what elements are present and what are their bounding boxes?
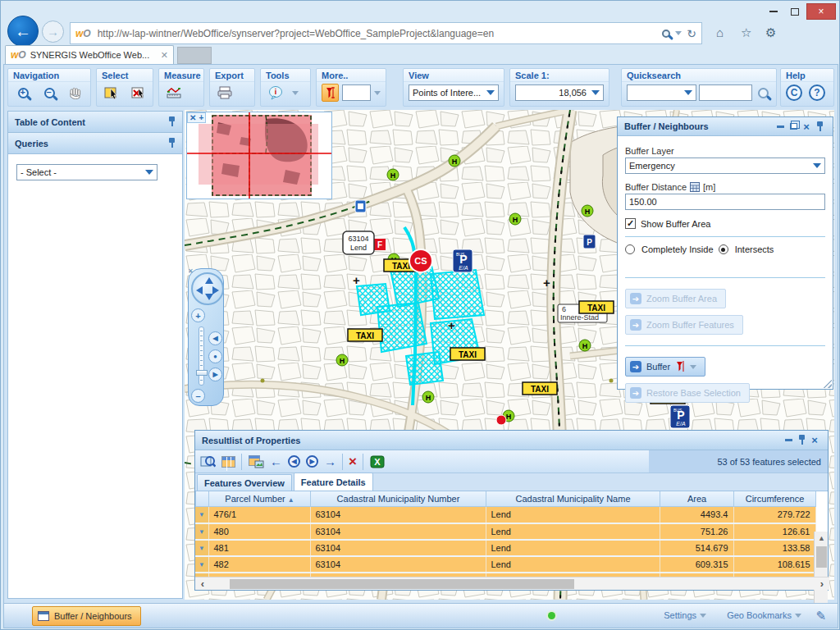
pan-north-icon[interactable] bbox=[205, 277, 213, 284]
browser-back-button[interactable]: ← bbox=[7, 16, 39, 47]
resultlist-titlebar[interactable]: Resultlist of Properties × bbox=[195, 431, 828, 450]
scale-input[interactable]: 18,056 bbox=[515, 84, 604, 101]
buffer-button[interactable]: ➔Buffer bbox=[625, 357, 705, 377]
pan-south-icon[interactable] bbox=[205, 294, 213, 300]
table-row[interactable]: ▾ 476/163104Lend 4493.4279.722 bbox=[195, 507, 815, 523]
pan-east-icon[interactable] bbox=[212, 286, 219, 294]
row-menu-icon[interactable]: ▾ bbox=[195, 507, 208, 523]
scroll-left-icon[interactable]: ‹ bbox=[195, 578, 210, 590]
navigator-close-icon[interactable]: ✕ bbox=[188, 267, 194, 275]
full-extent-button[interactable]: ● bbox=[208, 349, 222, 363]
tab-features-overview[interactable]: Features Overview bbox=[197, 474, 292, 491]
excel-export-icon[interactable]: X bbox=[369, 454, 386, 469]
pan-hand-icon[interactable] bbox=[66, 84, 85, 102]
restore-base-selection-button[interactable]: ➔Restore Base Selection bbox=[625, 383, 750, 403]
tools-dropdown-icon[interactable] bbox=[292, 91, 299, 95]
quicksearch-input[interactable] bbox=[699, 84, 752, 101]
horizontal-scroll-thumb[interactable] bbox=[230, 579, 574, 589]
view-dropdown-icon[interactable] bbox=[486, 90, 495, 95]
buffer-panel-titlebar[interactable]: Buffer / Neighbours × bbox=[618, 117, 833, 136]
quicksearch-go-icon[interactable] bbox=[755, 84, 771, 102]
clear-selection-icon[interactable] bbox=[128, 84, 148, 102]
refresh-icon[interactable]: ↻ bbox=[687, 27, 696, 40]
calculator-icon[interactable] bbox=[690, 182, 700, 192]
context-help-button[interactable]: C bbox=[786, 84, 802, 101]
home-icon[interactable]: ⌂ bbox=[716, 25, 724, 39]
buffer-distance-input[interactable]: 150.00 bbox=[625, 194, 825, 210]
vertical-scroll-thumb[interactable] bbox=[816, 546, 827, 568]
browser-forward-button[interactable]: → bbox=[42, 21, 64, 43]
search-dropdown-icon[interactable] bbox=[675, 31, 682, 35]
row-menu-icon[interactable]: ▾ bbox=[195, 523, 208, 540]
more-tool-combobox[interactable] bbox=[342, 84, 371, 101]
intersects-radio[interactable] bbox=[719, 244, 728, 254]
zoom-out-slider-button[interactable]: – bbox=[191, 389, 205, 403]
zoom-in-slider-button[interactable]: + bbox=[191, 308, 205, 322]
print-icon[interactable] bbox=[215, 84, 235, 102]
col-cadastral-name[interactable]: Cadastral Municipality Name bbox=[486, 491, 660, 506]
resultlist-close-icon[interactable]: × bbox=[808, 434, 821, 446]
show-buffer-row[interactable]: ✓ Show Buffer Area bbox=[625, 218, 825, 229]
sidebar-item-table-of-content[interactable]: Table of Content bbox=[8, 112, 182, 133]
address-bar[interactable]: wO http://w-lap-wintner/WebOffice/synser… bbox=[70, 22, 702, 44]
zoom-previous-feature-icon[interactable]: ◀ bbox=[288, 455, 300, 468]
previous-extent-button[interactable]: ◀ bbox=[208, 331, 222, 345]
next-extent-button[interactable]: ▶ bbox=[208, 368, 222, 381]
queries-select[interactable]: - Select - bbox=[16, 164, 158, 180]
quicksearch-select[interactable] bbox=[627, 84, 696, 101]
col-cadastral-number[interactable]: Cadastral Municipality Number bbox=[311, 491, 486, 506]
measure-icon[interactable] bbox=[164, 84, 184, 102]
tab-feature-details[interactable]: Feature Details bbox=[294, 472, 373, 491]
window-minimize-button[interactable] bbox=[764, 3, 783, 20]
taskbar-buffer-neighbours-button[interactable]: Buffer / Neighbours bbox=[32, 606, 141, 626]
quicksearch-dropdown-icon[interactable] bbox=[684, 90, 692, 95]
scale-dropdown-icon[interactable] bbox=[591, 90, 600, 95]
scroll-up-icon[interactable]: ▲ bbox=[815, 532, 829, 545]
col-parcel-number[interactable]: Parcel Number ▲ bbox=[209, 491, 311, 506]
settings-gear-icon[interactable]: ⚙ bbox=[765, 25, 776, 40]
zoom-next-feature-icon[interactable]: ▶ bbox=[306, 455, 318, 468]
zoom-slider[interactable] bbox=[199, 326, 204, 386]
pan-pad[interactable] bbox=[191, 272, 224, 305]
table-row[interactable]: ▾ 48063104Lend 751.26126.61 bbox=[195, 523, 815, 540]
favorites-star-icon[interactable]: ☆ bbox=[741, 25, 751, 40]
overview-move-icon[interactable]: + bbox=[199, 113, 203, 122]
address-search-icon[interactable] bbox=[662, 30, 670, 38]
pan-west-icon[interactable] bbox=[196, 286, 203, 294]
zoom-in-icon[interactable]: + bbox=[13, 84, 33, 102]
help-button[interactable]: ? bbox=[809, 84, 825, 101]
table-row[interactable]: ▾ 48163104Lend 514.679133.58 bbox=[195, 540, 815, 556]
buffer-layer-select[interactable]: Emergency bbox=[625, 158, 825, 174]
scroll-right-icon[interactable]: › bbox=[815, 578, 829, 590]
horizontal-scrollbar[interactable]: ‹ › bbox=[195, 577, 829, 590]
resultlist-pin-icon[interactable] bbox=[795, 435, 808, 445]
last-feature-icon[interactable]: → bbox=[324, 454, 336, 468]
identify-results-icon[interactable] bbox=[199, 454, 216, 469]
panel-minimize-icon[interactable] bbox=[774, 126, 787, 128]
results-rows-viewport[interactable]: ▾ 476/163104Lend 4493.4279.722 ▾ 4806310… bbox=[195, 507, 828, 579]
row-menu-icon[interactable]: ▾ bbox=[195, 556, 208, 573]
sidebar-item-queries[interactable]: Queries bbox=[8, 133, 182, 154]
browser-tab[interactable]: wO SYNERGIS WebOffice Web... ✕ bbox=[5, 45, 174, 64]
table-view-icon[interactable] bbox=[221, 456, 235, 468]
table-image-view-icon[interactable] bbox=[248, 454, 264, 469]
toc-pin-icon[interactable] bbox=[168, 116, 176, 127]
zoom-buffer-area-button[interactable]: ➔Zoom Buffer Area bbox=[625, 289, 726, 308]
completely-inside-radio[interactable] bbox=[625, 244, 635, 254]
show-buffer-checkbox[interactable]: ✓ bbox=[625, 218, 636, 229]
info-tool-icon[interactable]: i bbox=[266, 84, 285, 102]
resultlist-minimize-icon[interactable] bbox=[782, 439, 795, 441]
redlining-pencil-icon[interactable]: ✎ bbox=[815, 609, 826, 623]
zoom-slider-handle[interactable] bbox=[196, 370, 208, 376]
url-text[interactable]: http://w-lap-wintner/WebOffice/synserver… bbox=[98, 28, 663, 39]
select-features-icon[interactable] bbox=[102, 84, 121, 102]
overview-map[interactable]: ✕+ bbox=[186, 112, 332, 199]
col-circumference[interactable]: Circumference bbox=[734, 491, 816, 506]
table-row[interactable]: ▾ 48263104Lend 609.315108.615 bbox=[195, 556, 815, 573]
tab-close-icon[interactable]: ✕ bbox=[161, 50, 168, 61]
panel-restore-icon[interactable] bbox=[787, 123, 800, 130]
queries-pin-icon[interactable] bbox=[168, 138, 176, 148]
geo-bookmarks-menu[interactable]: Geo Bookmarks bbox=[727, 610, 801, 620]
panel-close-icon[interactable]: × bbox=[800, 121, 813, 133]
new-tab-button[interactable] bbox=[177, 47, 212, 64]
